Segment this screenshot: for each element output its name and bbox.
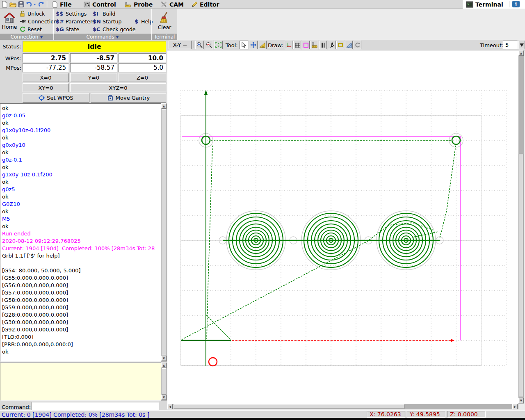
margin-icon xyxy=(303,42,309,48)
history-scrollbar[interactable]: ▲ ▼ xyxy=(161,363,167,401)
redraw-button[interactable] xyxy=(354,41,361,49)
y-axis-arrow xyxy=(204,90,208,95)
new-file-icon[interactable] xyxy=(1,1,8,8)
terminal-log[interactable]: okg0z-0.05okg1x0y10z-0.1f200okg0x0y10okg… xyxy=(0,103,161,362)
mouse-x-readout: X: 76.0263 xyxy=(367,411,405,418)
command-input[interactable] xyxy=(32,402,159,411)
draw-probe-button[interactable] xyxy=(319,41,327,49)
wpos-z[interactable]: 10.0 xyxy=(119,53,166,63)
log-line: [PRB:0.000,0.000,0.000:0] xyxy=(2,341,161,348)
tab-terminal[interactable]: Terminal xyxy=(466,0,503,9)
canvas-hscrollbar[interactable]: ◀ ▶ xyxy=(167,404,518,409)
zoom-in-button[interactable] xyxy=(195,41,204,49)
scroll-down-icon[interactable]: ▼ xyxy=(161,356,167,361)
geometry-drill xyxy=(449,133,463,147)
state-command[interactable]: $GState xyxy=(56,25,79,33)
log-line: ok xyxy=(2,149,161,156)
tool-pan-button[interactable] xyxy=(249,41,258,49)
help-command[interactable]: $Help xyxy=(135,18,153,25)
move-gantry-button[interactable]: Move Gantry xyxy=(91,93,166,103)
log-line: ok xyxy=(2,119,161,127)
timeout-dropdown[interactable] xyxy=(518,41,525,49)
zero-x-button[interactable]: X=0 xyxy=(23,73,69,82)
scroll-up-icon[interactable]: ▲ xyxy=(518,50,524,56)
zero-xy-button[interactable]: XY=0 xyxy=(23,83,69,92)
zero-z-button[interactable]: Z=0 xyxy=(119,73,166,82)
scroll-down-icon[interactable]: ▼ xyxy=(161,395,167,400)
open-file-icon[interactable] xyxy=(9,1,16,8)
zoom-out-icon xyxy=(206,42,212,48)
control-icon xyxy=(84,1,90,8)
unlock-button[interactable]: Unlock xyxy=(20,10,45,17)
mouse-y-readout: Y: 49.5895 xyxy=(407,411,445,418)
scroll-down-icon[interactable]: ▼ xyxy=(518,398,524,403)
draw-margin-button[interactable] xyxy=(302,41,310,49)
zero-y-button[interactable]: Y=0 xyxy=(70,73,117,82)
parameters-command[interactable]: $#Parameters xyxy=(56,18,95,25)
reset-button[interactable]: Reset xyxy=(20,25,42,33)
log-line: [G56:0.000,0.000,0.000] xyxy=(2,282,161,289)
gcode-canvas[interactable] xyxy=(167,50,518,404)
timeout-value[interactable]: 5 xyxy=(503,41,518,49)
group-label-commands[interactable]: Commands▼ xyxy=(54,34,151,40)
terminal-separator xyxy=(509,1,509,7)
draw-moves-button[interactable] xyxy=(328,41,336,49)
reset-icon xyxy=(20,26,26,32)
zoom-fit-button[interactable] xyxy=(214,41,223,49)
undo-icon[interactable] xyxy=(25,1,32,8)
wpos-y[interactable]: -8.57 xyxy=(70,53,117,63)
tab-cam[interactable]: CAM xyxy=(161,0,184,9)
log-line: ok xyxy=(2,193,161,201)
build-command[interactable]: $IBuild xyxy=(93,10,115,17)
scroll-right-icon[interactable]: ▶ xyxy=(512,404,518,409)
chevron-down-icon xyxy=(520,43,524,47)
wpos-x[interactable]: 2.75 xyxy=(23,53,69,63)
startup-command[interactable]: $NStartup xyxy=(93,18,121,25)
tool-pointer-button[interactable] xyxy=(240,41,248,49)
clear-button[interactable]: Clear xyxy=(154,9,175,33)
draw-axes-button[interactable] xyxy=(285,41,292,49)
scroll-left-icon[interactable]: ◀ xyxy=(167,404,173,409)
connection-button[interactable]: Connection xyxy=(20,18,57,25)
scroll-up-icon[interactable]: ▲ xyxy=(161,363,167,368)
unlock-icon xyxy=(20,11,26,17)
save-icon[interactable] xyxy=(18,1,25,8)
home-button[interactable]: Home xyxy=(1,9,18,33)
tab-file[interactable]: File xyxy=(52,0,72,9)
draw-camera-button[interactable] xyxy=(345,41,353,49)
tool-label: Tool: xyxy=(226,42,238,48)
tab-control[interactable]: Control xyxy=(84,0,116,9)
log-line: Current: 1904 [1904] Completed: 100% [28… xyxy=(2,245,161,252)
view-select[interactable]: X-Y xyxy=(169,41,192,49)
tab-editor[interactable]: Editor xyxy=(191,0,219,9)
log-line: Run ended xyxy=(2,230,161,237)
gantry-marker xyxy=(209,358,217,366)
group-label-connection[interactable]: Connection▼ xyxy=(0,34,53,40)
check-gcode-command[interactable]: $CCheck gcode xyxy=(93,25,136,33)
zero-xyz-button[interactable]: XYZ=0 xyxy=(70,83,166,92)
log-line: g0x0y10 xyxy=(2,142,161,149)
log-line: [G54:-80.000,-50.000,-5.000] xyxy=(2,267,161,274)
settings-command[interactable]: $$Settings xyxy=(56,10,87,17)
scroll-up-icon[interactable]: ▲ xyxy=(161,103,167,109)
tab-probe[interactable]: Probe xyxy=(125,0,153,9)
group-label-terminal[interactable]: Terminal xyxy=(152,34,177,40)
command-history[interactable] xyxy=(0,363,161,401)
draw-grid-button[interactable] xyxy=(293,41,301,49)
draw-ruler-button[interactable] xyxy=(310,41,318,49)
info-icon[interactable]: i xyxy=(512,1,519,8)
log-line: [G59:0.000,0.000,0.000] xyxy=(2,304,161,311)
probe-icon xyxy=(125,1,132,8)
set-wpos-button[interactable]: Set WPOS xyxy=(23,93,89,103)
log-scrollbar[interactable]: ▲ ▼ xyxy=(161,103,167,362)
draw-workarea-button[interactable] xyxy=(336,41,344,49)
tool-ruler-button[interactable] xyxy=(258,41,267,49)
wpos-label: WPos: xyxy=(1,55,21,62)
mpos-y: -58.57 xyxy=(70,63,117,72)
canvas-vscrollbar[interactable]: ▲ ▼ xyxy=(518,50,524,404)
mpos-label: MPos: xyxy=(1,65,21,71)
redo-icon[interactable] xyxy=(38,1,45,8)
log-line: ok xyxy=(2,164,161,171)
undo-dropdown-icon[interactable] xyxy=(33,1,37,8)
zoom-out-button[interactable] xyxy=(205,41,213,49)
